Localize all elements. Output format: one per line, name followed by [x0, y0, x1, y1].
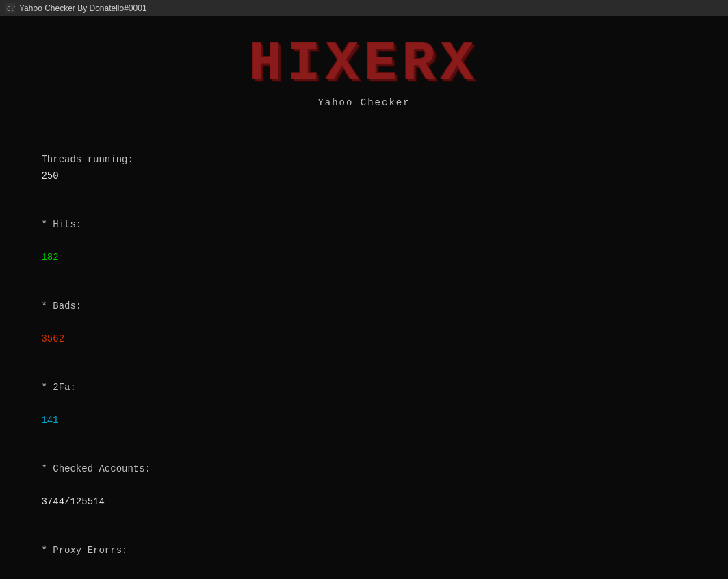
hits-line: * Hits: 182	[7, 201, 728, 282]
proxy-label: * Proxy Erorrs:	[41, 545, 127, 556]
logo-subtitle: Yahoo Checker	[249, 97, 479, 108]
threads-label: Threads running:	[41, 154, 133, 165]
title-bar-text: Yahoo Checker By Donatello#0001	[19, 3, 147, 13]
threads-line: Threads running: 250	[7, 136, 728, 201]
bads-line: * Bads: 3562	[7, 282, 728, 363]
threads-value: 250	[41, 170, 58, 181]
svg-text:C:\: C:\	[7, 5, 15, 12]
checked-line: * Checked Accounts: 3744/125514	[7, 445, 728, 526]
twofa-value: 141	[41, 415, 58, 426]
cmd-icon: C:\	[5, 3, 15, 13]
logo-text: HIXERX	[249, 37, 479, 92]
proxy-line: * Proxy Erorrs: 3392	[7, 526, 728, 579]
logo-area: HIXERX Yahoo Checker	[249, 37, 479, 108]
stats-area: Threads running: 250 * Hits: 182 * Bads:…	[0, 136, 728, 579]
main-content: HIXERX Yahoo Checker Threads running: 25…	[0, 16, 728, 579]
twofa-label: * 2Fa:	[41, 382, 75, 393]
hits-label: * Hits:	[41, 219, 81, 230]
checked-value: 3744/125514	[41, 496, 104, 507]
bads-value: 3562	[41, 333, 64, 344]
twofa-line: * 2Fa: 141	[7, 363, 728, 445]
title-bar: C:\ Yahoo Checker By Donatello#0001	[0, 0, 728, 16]
hits-value: 182	[41, 252, 58, 263]
checked-label: * Checked Accounts:	[41, 463, 151, 474]
bads-label: * Bads:	[41, 300, 81, 311]
